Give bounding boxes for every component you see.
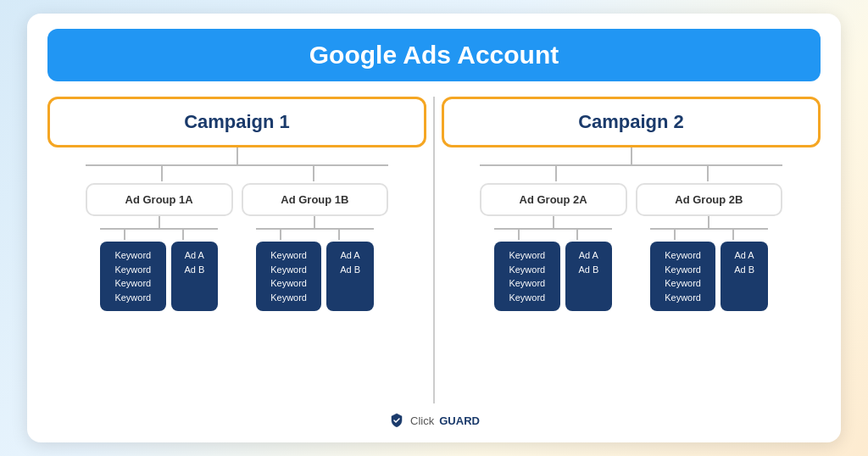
campaign-2-box: Campaign 2 [442,97,821,147]
connector-1a-kw [124,228,125,240]
h-bar-1a [100,228,218,230]
keywords-1a-text: Keyword Keyword Keyword Keyword [114,250,151,303]
connector-2a-down [553,216,554,228]
ads-2b: Ad A Ad B [721,242,768,311]
connector-2a-kw [518,228,520,240]
h-bar-c2 [480,164,783,166]
connector-2b-kw [674,228,676,240]
ads-2a: Ad A Ad B [565,242,613,311]
diagram-container: Google Ads Account Campaign 1 [27,14,841,442]
adgroup-2b-label: Ad Group 2B [675,193,743,206]
campaign-1-tree: Campaign 1 Ad Group 1A [47,97,426,311]
connector-1a-ad [182,228,184,240]
connector-1a-down [159,216,160,228]
adgroup-1a-col: Ad Group 1A Keyword Keyword Keyword Keyw… [86,183,233,311]
leafs-1b: Keyword Keyword Keyword Keyword Ad A Ad … [256,242,374,311]
ads-2b-text: Ad A Ad B [734,250,754,275]
ads-2a-text: Ad A Ad B [578,250,598,275]
h-bar-c1 [86,164,389,166]
connector-c1-right [313,164,314,181]
adgroup-1b-label: Ad Group 1B [281,193,348,206]
adgroup-2b-col: Ad Group 2B Keyword Keyword Keyword Keyw… [636,183,783,311]
brand-guard: GUARD [439,414,480,427]
connector-c2-left [555,164,557,181]
ads-1a-text: Ad A Ad B [184,250,204,275]
connector-1b-kw [280,228,281,240]
adgroup-1b-box: Ad Group 1B [242,183,389,216]
adgroup-1a-box: Ad Group 1A [86,183,233,216]
campaign-1-label: Campaign 1 [64,111,410,133]
connector-1b-down [314,216,315,228]
keywords-1a: Keyword Keyword Keyword Keyword [100,242,165,311]
connector-2b-down [708,216,709,228]
connector-1b-ad [338,228,340,240]
adgroup-1b-col: Ad Group 1B Keyword Keyword Keyword Keyw… [242,183,389,311]
h-bar-1b [256,228,374,230]
keywords-1b: Keyword Keyword Keyword Keyword [256,242,321,311]
adgroup-1a-label: Ad Group 1A [125,193,193,206]
ads-1b-text: Ad A Ad B [340,250,360,275]
c2-adgroups-row: Ad Group 2A Keyword Keyword Keyword Keyw… [480,183,783,311]
connector-2a-ad [576,228,578,240]
page-title: Google Ads Account [68,41,800,70]
ads-1a: Ad A Ad B [171,242,219,311]
connector-2b-ad [732,228,734,240]
clickguard-icon [388,412,405,429]
campaign-1-box: Campaign 1 [47,97,426,147]
keywords-1b-text: Keyword Keyword Keyword Keyword [270,250,307,303]
adgroup-2a-box: Ad Group 2A [480,183,627,216]
brand-click: Click [410,414,434,427]
leafs-2a: Keyword Keyword Keyword Keyword Ad A Ad … [494,242,612,311]
header-box: Google Ads Account [47,29,821,81]
campaigns-divider [433,97,435,403]
connector-c1-down [236,147,238,164]
leafs-1a: Keyword Keyword Keyword Keyword Ad A Ad … [100,242,218,311]
keywords-2b: Keyword Keyword Keyword Keyword [650,242,715,311]
campaign-2-label: Campaign 2 [458,111,804,133]
keywords-2a-text: Keyword Keyword Keyword Keyword [509,250,545,303]
connector-c2-right [707,164,709,181]
h-bar-2b [650,228,768,230]
keywords-2b-text: Keyword Keyword Keyword Keyword [665,250,701,303]
adgroup-2a-label: Ad Group 2A [520,193,587,206]
adgroup-2b-box: Ad Group 2B [636,183,783,216]
connector-c2-down [631,147,632,164]
leafs-2b: Keyword Keyword Keyword Keyword Ad A Ad … [650,242,768,311]
keywords-2a: Keyword Keyword Keyword Keyword [494,242,559,311]
main-tree: Campaign 1 Ad Group 1A [47,97,821,403]
ads-1b: Ad A Ad B [326,242,374,311]
connector-c1-left [161,164,163,181]
brand-footer: ClickGUARD [388,412,480,429]
adgroup-2a-col: Ad Group 2A Keyword Keyword Keyword Keyw… [480,183,627,311]
c1-adgroups-row: Ad Group 1A Keyword Keyword Keyword Keyw… [86,183,389,311]
h-bar-2a [494,228,612,230]
campaign-2-tree: Campaign 2 Ad Group 2A [442,97,821,311]
